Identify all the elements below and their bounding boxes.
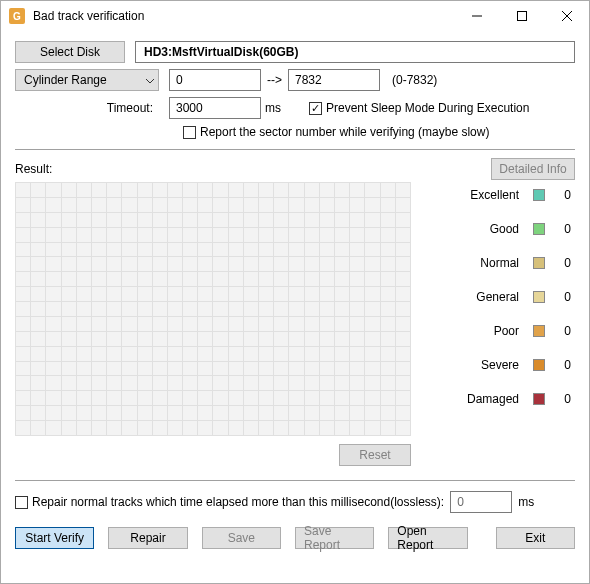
grid-cell: [182, 301, 197, 316]
cylinder-to-input[interactable]: 7832: [288, 69, 380, 91]
grid-cell: [182, 375, 197, 390]
grid-cell: [319, 390, 334, 405]
repair-threshold-input[interactable]: 0: [450, 491, 512, 513]
report-sector-checkbox[interactable]: [183, 126, 196, 139]
legend-count: 0: [559, 222, 571, 236]
grid-cell: [61, 286, 76, 301]
grid-cell: [15, 405, 30, 420]
grid-cell: [15, 361, 30, 376]
grid-cell: [137, 212, 152, 227]
grid-cell: [364, 361, 379, 376]
grid-cell: [182, 331, 197, 346]
grid-cell: [349, 316, 364, 331]
maximize-button[interactable]: [499, 1, 544, 31]
open-report-button[interactable]: Open Report: [388, 527, 467, 549]
grid-cell: [258, 361, 273, 376]
exit-button[interactable]: Exit: [496, 527, 575, 549]
grid-cell: [349, 271, 364, 286]
grid-cell: [228, 242, 243, 257]
grid-cell: [395, 271, 410, 286]
grid-cell: [106, 182, 121, 197]
select-disk-button[interactable]: Select Disk: [15, 41, 125, 63]
grid-cell: [167, 197, 182, 212]
grid-cell: [243, 331, 258, 346]
grid-cell: [319, 227, 334, 242]
legend-name: Severe: [481, 358, 519, 372]
legend-name: Damaged: [467, 392, 519, 406]
grid-cell: [304, 301, 319, 316]
grid-cell: [167, 212, 182, 227]
grid-cell: [197, 420, 212, 435]
close-button[interactable]: [544, 1, 589, 31]
grid-cell: [45, 316, 60, 331]
timeout-ms-label: ms: [265, 101, 281, 115]
grid-cell: [273, 286, 288, 301]
start-verify-button[interactable]: Start Verify: [15, 527, 94, 549]
detailed-info-button[interactable]: Detailed Info: [491, 158, 575, 180]
grid-cell: [106, 346, 121, 361]
grid-cell: [349, 390, 364, 405]
grid-cell: [15, 420, 30, 435]
grid-cell: [228, 271, 243, 286]
grid-cell: [91, 331, 106, 346]
grid-cell: [228, 331, 243, 346]
grid-cell: [167, 361, 182, 376]
save-report-button[interactable]: Save Report: [295, 527, 374, 549]
grid-cell: [395, 316, 410, 331]
grid-cell: [121, 182, 136, 197]
cylinder-range-select[interactable]: Cylinder Range: [15, 69, 159, 91]
grid-cell: [152, 227, 167, 242]
grid-cell: [319, 286, 334, 301]
grid-cell: [228, 256, 243, 271]
grid-cell: [288, 405, 303, 420]
grid-cell: [182, 242, 197, 257]
reset-button[interactable]: Reset: [339, 444, 411, 466]
grid-cell: [15, 390, 30, 405]
grid-cell: [76, 346, 91, 361]
repair-threshold-checkbox[interactable]: [15, 496, 28, 509]
cylinder-from-input[interactable]: 0: [169, 69, 261, 91]
grid-cell: [319, 197, 334, 212]
disk-name-field: HD3:MsftVirtualDisk(60GB): [135, 41, 575, 63]
svg-rect-1: [517, 12, 526, 21]
legend-item: Good0: [431, 222, 571, 236]
grid-cell: [197, 390, 212, 405]
grid-cell: [121, 197, 136, 212]
grid-cell: [243, 182, 258, 197]
grid-cell: [91, 346, 106, 361]
timeout-input[interactable]: 3000: [169, 97, 261, 119]
window-title: Bad track verification: [33, 9, 454, 23]
grid-cell: [319, 405, 334, 420]
repair-button[interactable]: Repair: [108, 527, 187, 549]
legend-name: Excellent: [470, 188, 519, 202]
grid-cell: [304, 390, 319, 405]
prevent-sleep-checkbox[interactable]: [309, 102, 322, 115]
app-icon: G: [9, 8, 25, 24]
grid-cell: [349, 405, 364, 420]
grid-cell: [395, 405, 410, 420]
grid-cell: [364, 331, 379, 346]
legend-swatch: [533, 393, 545, 405]
grid-cell: [364, 316, 379, 331]
grid-cell: [106, 390, 121, 405]
grid-cell: [349, 227, 364, 242]
grid-cell: [395, 242, 410, 257]
grid-cell: [258, 375, 273, 390]
grid-cell: [243, 420, 258, 435]
grid-cell: [288, 346, 303, 361]
grid-cell: [152, 286, 167, 301]
grid-cell: [228, 197, 243, 212]
grid-cell: [334, 420, 349, 435]
grid-cell: [76, 212, 91, 227]
grid-cell: [228, 301, 243, 316]
grid-cell: [273, 301, 288, 316]
grid-cell: [380, 420, 395, 435]
grid-cell: [15, 182, 30, 197]
grid-cell: [30, 242, 45, 257]
grid-cell: [167, 271, 182, 286]
save-button[interactable]: Save: [202, 527, 281, 549]
grid-cell: [258, 331, 273, 346]
grid-cell: [395, 286, 410, 301]
minimize-button[interactable]: [454, 1, 499, 31]
grid-cell: [167, 182, 182, 197]
